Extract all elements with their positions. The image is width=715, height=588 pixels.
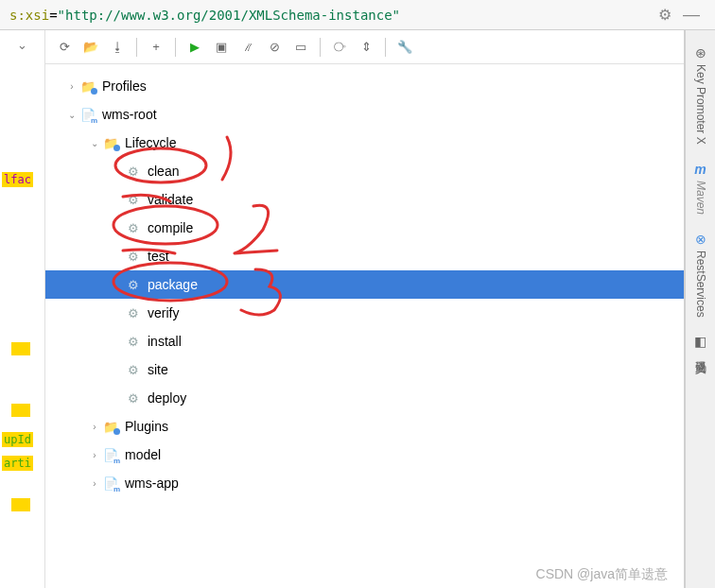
tree-label: install	[148, 334, 182, 349]
sidebar-tab-rest[interactable]: ⊗ RestServices	[690, 224, 711, 325]
tree-model[interactable]: › 📄 model	[45, 441, 684, 469]
sidebar-tab-tongyi[interactable]: ◧ 通义灵码	[689, 326, 712, 360]
tree-label: compile	[148, 220, 193, 235]
gear-icon: ⚙	[125, 219, 142, 236]
maven-icon: m	[694, 162, 706, 177]
gutter-chevron-icon[interactable]: ⌄	[11, 38, 32, 52]
maven-module-icon: 📄	[79, 106, 96, 123]
tongyi-icon: ◧	[694, 334, 706, 349]
download-icon[interactable]: ⭳	[106, 36, 129, 59]
goal-compile[interactable]: ⚙ compile	[45, 214, 684, 242]
chevron-down-icon[interactable]: ⌄	[64, 110, 79, 120]
gear-icon: ⚙	[125, 389, 142, 406]
tree-label: validate	[148, 192, 193, 207]
tree-label: Lifecycle	[125, 135, 176, 150]
folder-gear-icon: 📁	[102, 418, 119, 435]
watermark: CSDN @java简单遗意	[536, 566, 668, 583]
tree-label: test	[148, 249, 169, 264]
sidebar-tab-maven[interactable]: m Maven	[690, 154, 711, 222]
tree-label: clean	[148, 164, 179, 179]
goal-clean[interactable]: ⚙ clean	[45, 157, 684, 185]
sidebar-tab-key-promoter[interactable]: ⊛ Key Promoter X	[690, 38, 711, 152]
gutter-highlight-3	[11, 498, 30, 511]
folder-gear-icon: 📁	[79, 78, 96, 95]
tree-label: model	[125, 447, 161, 462]
tree-wms-app[interactable]: › 📄 wms-app	[45, 469, 684, 497]
maven-toolbar: ⟳ 📂 ⭳ + ▶ ▣ ⫽ ⊘ ▭ ⧂ ⇕ 🔧	[45, 30, 684, 64]
stop-icon[interactable]: ⊘	[263, 36, 286, 59]
minimize-icon[interactable]: —	[677, 5, 706, 25]
tree-label: site	[148, 362, 168, 377]
tree-profiles[interactable]: › 📁 Profiles	[45, 72, 684, 100]
goal-test[interactable]: ⚙ test	[45, 242, 684, 270]
goal-verify[interactable]: ⚙ verify	[45, 299, 684, 327]
tree-label: package	[148, 277, 198, 292]
tree-label: wms-root	[102, 107, 157, 122]
tree-plugins[interactable]: › 📁 Plugins	[45, 412, 684, 441]
chevron-right-icon[interactable]: ›	[64, 81, 79, 92]
right-tool-sidebar: ⊛ Key Promoter X m Maven ⊗ RestServices …	[685, 30, 715, 588]
maven-tree: › 📁 Profiles ⌄ 📄 wms-root ⌄ 📁 Lifecycle …	[45, 64, 684, 588]
execute-icon[interactable]: ▣	[210, 36, 233, 59]
tree-label: wms-app	[125, 476, 179, 491]
add-project-icon[interactable]: 📂	[79, 36, 102, 59]
editor-gutter: ⌄ lfac upId arti	[0, 30, 45, 588]
gear-icon: ⚙	[125, 304, 142, 321]
tree-label: Plugins	[125, 419, 168, 434]
goal-site[interactable]: ⚙ site	[45, 355, 684, 384]
chevron-down-icon[interactable]: ⌄	[87, 138, 102, 148]
plus-icon[interactable]: +	[145, 36, 167, 59]
goal-deploy[interactable]: ⚙ deploy	[45, 384, 684, 412]
gear-icon: ⚙	[125, 333, 142, 350]
xml-attr: s:xsi	[9, 8, 49, 23]
tree-label: Profiles	[102, 78, 147, 94]
goal-package[interactable]: ⚙ package	[45, 270, 684, 299]
gear-icon: ⚙	[125, 276, 142, 293]
xml-val: "http://www.w3.org/2001/XMLSchema-instan…	[58, 8, 400, 23]
promoter-icon: ⊛	[695, 45, 706, 61]
skip-tests-icon[interactable]: ⫽	[236, 36, 259, 59]
maven-module-icon: 📄	[102, 475, 119, 492]
offline-icon[interactable]: ▭	[289, 36, 312, 59]
rest-icon: ⊗	[695, 232, 706, 247]
wrench-icon[interactable]: 🔧	[393, 36, 416, 59]
tree-label: verify	[148, 305, 179, 320]
tree-lifecycle[interactable]: ⌄ 📁 Lifecycle	[45, 129, 684, 157]
gutter-highlight-1	[11, 342, 30, 355]
gutter-token-3: arti	[2, 456, 33, 471]
gutter-token-2: upId	[2, 432, 33, 447]
settings-gear-icon[interactable]: ⚙	[653, 6, 677, 24]
maven-module-icon: 📄	[102, 446, 119, 463]
folder-gear-icon: 📁	[102, 134, 119, 151]
run-icon[interactable]: ▶	[183, 36, 206, 59]
gear-icon: ⚙	[125, 163, 142, 180]
goal-install[interactable]: ⚙ install	[45, 327, 684, 355]
tree-wms-root[interactable]: ⌄ 📄 wms-root	[45, 100, 684, 129]
chevron-right-icon[interactable]: ›	[87, 422, 102, 432]
gutter-highlight-2	[11, 404, 30, 417]
collapse-all-icon[interactable]: ⇕	[355, 36, 377, 59]
refresh-icon[interactable]: ⟳	[53, 36, 76, 59]
dependencies-icon[interactable]: ⧂	[328, 36, 351, 59]
gear-icon: ⚙	[125, 191, 142, 208]
chevron-right-icon[interactable]: ›	[87, 450, 102, 460]
tree-label: deploy	[148, 390, 186, 406]
gear-icon: ⚙	[125, 361, 142, 378]
gutter-token-1: lfac	[2, 172, 33, 187]
goal-validate[interactable]: ⚙ validate	[45, 185, 684, 214]
xml-eq: =	[49, 8, 57, 23]
gear-icon: ⚙	[125, 248, 142, 265]
chevron-right-icon[interactable]: ›	[87, 478, 102, 489]
